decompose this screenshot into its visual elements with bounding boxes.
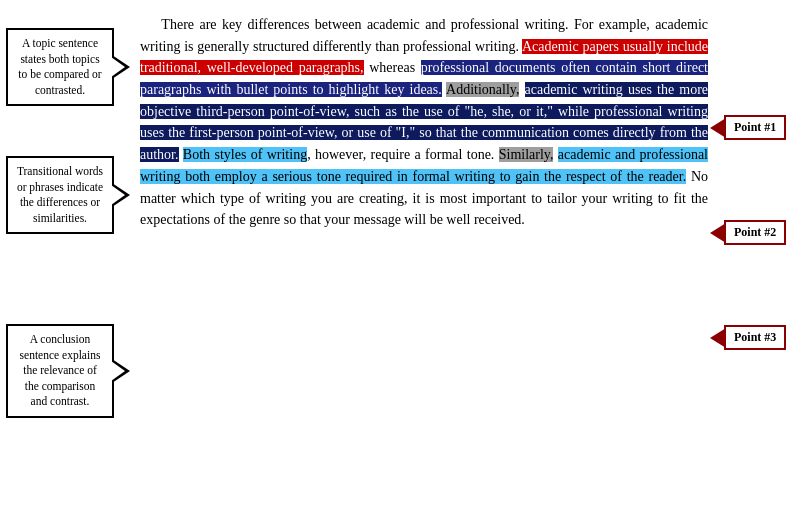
paragraph: There are key differences between academ… [140, 14, 708, 231]
callout-box-1: A topic sentence states both topics to b… [6, 28, 114, 106]
callout-text-1: A topic sentence states both topics to b… [18, 37, 101, 96]
right-labels: Point #1 Point #2 Point #3 [724, 0, 804, 513]
sidebar: A topic sentence states both topics to b… [0, 0, 120, 513]
main-content: There are key differences between academ… [120, 0, 724, 513]
highlight-both-styles: Both styles of writing [183, 147, 307, 162]
callout-box-2: Transitional words or phrases indicate t… [6, 156, 114, 234]
highlight-additionally: Additionally, [446, 82, 519, 97]
point-2-label: Point #2 [724, 220, 786, 245]
callout-text-3: A conclusion sentence explains the relev… [20, 333, 101, 407]
highlight-similarly: Similarly, [499, 147, 554, 162]
callout-text-2: Transitional words or phrases indicate t… [17, 165, 103, 224]
point-1-label: Point #1 [724, 115, 786, 140]
callout-box-3: A conclusion sentence explains the relev… [6, 324, 114, 418]
main-container: A topic sentence states both topics to b… [0, 0, 804, 513]
point-3-label: Point #3 [724, 325, 786, 350]
